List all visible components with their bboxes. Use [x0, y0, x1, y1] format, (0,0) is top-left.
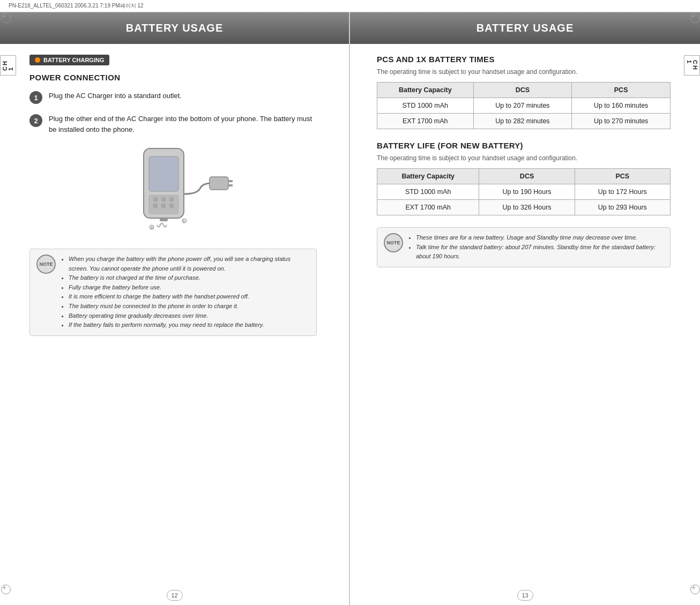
step-2-text: Plug the other end of the AC Charger int… [49, 114, 317, 135]
svg-text:①: ① [182, 219, 185, 223]
step-1-text: Plug the AC Charger into a standard outl… [49, 91, 182, 101]
step-1-number: 1 [29, 91, 42, 104]
note-content-right: These times are for a new battery. Usage… [408, 233, 664, 262]
note-list-right: These times are for a new battery. Usage… [408, 233, 664, 262]
left-page-header: BATTERY USAGE [0, 12, 349, 44]
pcs-table-header-1: DCS [473, 83, 572, 98]
svg-point-3 [153, 197, 158, 201]
life-r0c1: Up to 190 Hours [479, 184, 575, 200]
battery-life-title: BATTERY LIFE (FOR NEW BATTERY) [377, 141, 671, 150]
battery-charging-badge: BATTERY CHARGING [29, 55, 109, 65]
note-icon-right: NOTE [384, 233, 403, 252]
page-right: BATTERY USAGE CH1 PCS AND 1X BATTERY TIM… [350, 12, 700, 605]
top-bar: PN-E218_ALLTEL_060321 2006.3.21 7:19 PM페… [0, 0, 700, 12]
note-item-6: If the battery fails to perform normally… [69, 320, 310, 330]
pcs-battery-table: Battery Capacity DCS PCS STD 1000 mAh Up… [377, 82, 671, 129]
svg-rect-12 [228, 184, 233, 186]
left-page-content: BATTERY CHARGING POWER CONNECTION 1 Plug… [0, 55, 349, 336]
phone-image-area: ① ② [29, 144, 317, 238]
right-note-item-0: These times are for a new battery. Usage… [416, 233, 664, 243]
table-row: STD 1000 mAh Up to 207 minutes Up to 160… [377, 98, 671, 114]
pcs-table-header-2: PCS [572, 83, 671, 98]
svg-point-7 [161, 204, 166, 208]
life-r0c0: STD 1000 mAh [377, 184, 479, 200]
top-bar-text: PN-E218_ALLTEL_060321 2006.3.21 7:19 PM페… [9, 3, 144, 9]
page-left: BATTERY USAGE CH1 BATTERY CHARGING POWER… [0, 12, 350, 605]
ch-tab-right: CH1 [684, 55, 700, 76]
svg-point-5 [169, 197, 174, 201]
life-r1c0: EXT 1700 mAh [377, 200, 479, 215]
pcs-r1c2: Up to 270 minutes [572, 114, 671, 129]
page-number-left: 12 [167, 590, 183, 601]
note-box-left: NOTE When you charge the battery with th… [29, 249, 317, 336]
svg-rect-11 [228, 180, 233, 182]
note-list-left: When you charge the battery with the pho… [61, 255, 310, 330]
svg-rect-10 [210, 177, 228, 190]
phone-illustration: ① ② [111, 146, 235, 237]
badge-label: BATTERY CHARGING [43, 57, 104, 63]
pcs-r0c0: STD 1000 mAh [377, 98, 474, 114]
pcs-r1c1: Up to 282 minutes [473, 114, 572, 129]
pcs-battery-times-title: PCS AND 1X BATTERY TIMES [377, 55, 671, 64]
step-2-number: 2 [29, 114, 42, 127]
pcs-r1c0: EXT 1700 mAh [377, 114, 474, 129]
table-row: EXT 1700 mAh Up to 326 Hours Up to 293 H… [377, 200, 671, 215]
note-box-right: NOTE These times are for a new battery. … [377, 227, 671, 267]
note-item-0: When you charge the battery with the pho… [69, 255, 310, 273]
pcs-table-header-0: Battery Capacity [377, 83, 474, 98]
note-item-3: It is more efficient to charge the batte… [69, 292, 310, 302]
svg-text:②: ② [150, 226, 153, 229]
pcs-battery-times-subtitle: The operating time is subject to your ha… [377, 68, 671, 76]
life-r1c1: Up to 326 Hours [479, 200, 575, 215]
note-item-1: The battery is not charged at the time o… [69, 273, 310, 283]
life-table-header-0: Battery Capacity [377, 169, 479, 184]
right-page-content: PCS AND 1X BATTERY TIMES The operating t… [350, 55, 700, 267]
battery-life-subtitle: The operating time is subject to your ha… [377, 154, 671, 162]
svg-rect-1 [149, 156, 178, 191]
right-page-header: BATTERY USAGE [350, 12, 700, 44]
svg-point-4 [161, 197, 166, 201]
life-table-header-2: PCS [575, 169, 670, 184]
power-connection-title: POWER CONNECTION [29, 73, 317, 82]
life-table-header-1: DCS [479, 169, 575, 184]
reg-mark-tr [690, 13, 699, 22]
badge-dot [35, 57, 40, 63]
page-number-right: 13 [517, 590, 533, 601]
note-content-left: When you charge the battery with the pho… [61, 255, 310, 330]
life-r0c2: Up to 172 Hours [575, 184, 670, 200]
pcs-r0c2: Up to 160 minutes [572, 98, 671, 114]
note-item-5: Battery operating time gradually decreas… [69, 311, 310, 321]
reg-mark-br [690, 585, 699, 593]
svg-rect-9 [160, 218, 168, 221]
table-row: EXT 1700 mAh Up to 282 minutes Up to 270… [377, 114, 671, 129]
svg-point-8 [169, 204, 174, 208]
reg-mark-tl [1, 13, 10, 22]
note-icon-left: NOTE [36, 255, 56, 274]
step-2: 2 Plug the other end of the AC Charger i… [29, 114, 317, 135]
pcs-r0c1: Up to 207 minutes [473, 98, 572, 114]
life-r1c2: Up to 293 Hours [575, 200, 670, 215]
note-item-2: Fully charge the battery before use. [69, 283, 310, 293]
svg-point-6 [153, 204, 158, 208]
battery-life-section: BATTERY LIFE (FOR NEW BATTERY) The opera… [377, 141, 671, 215]
ch-tab-left: CH1 [0, 55, 16, 76]
step-1: 1 Plug the AC Charger into a standard ou… [29, 91, 317, 104]
reg-mark-bl [1, 585, 10, 593]
note-item-4: The battery must be connected to the pho… [69, 302, 310, 311]
table-row: STD 1000 mAh Up to 190 Hours Up to 172 H… [377, 184, 671, 200]
battery-life-table: Battery Capacity DCS PCS STD 1000 mAh Up… [377, 168, 671, 215]
right-note-item-1: Talk time for the standard battery: abou… [416, 243, 664, 262]
